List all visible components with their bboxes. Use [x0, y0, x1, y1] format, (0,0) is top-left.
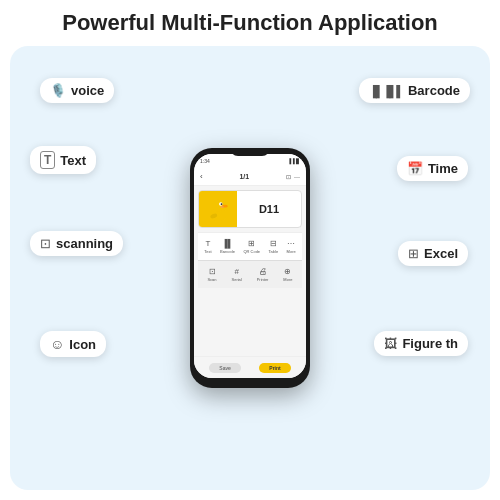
label-d11-text: D11 [237, 203, 301, 215]
barcode-label: Barcode [408, 83, 460, 98]
text-icon: T [40, 151, 55, 169]
toolbar-scan-label: Scan [207, 277, 216, 282]
badge-text[interactable]: T Text [30, 146, 96, 174]
toolbar-barcode-label: Barcode [220, 249, 235, 254]
duck-image [204, 195, 232, 223]
time-icon: 📅 [407, 161, 423, 176]
badge-icon[interactable]: ☺ Icon [40, 331, 106, 357]
text-label: Text [60, 153, 86, 168]
toolbar-more-icon: ⋯ [287, 239, 295, 248]
print-button[interactable]: Print [259, 363, 290, 373]
phone-nav-title: 1/1 [239, 173, 249, 180]
save-button[interactable]: Save [209, 363, 240, 373]
voice-label: voice [71, 83, 104, 98]
badge-voice[interactable]: 🎙️ voice [40, 78, 114, 103]
toolbar-qr-icon: ⊞ [248, 239, 255, 248]
barcode-icon: ▐▌▐▌▌ [369, 85, 403, 97]
scanning-label: scanning [56, 236, 113, 251]
phone-content: D11 T Text ▐▌ Barcode ⊞ [194, 186, 306, 356]
toolbar-more-label: More [287, 249, 296, 254]
phone-screen: 1:34 ▐▐ ▊ ‹ 1/1 ⊡ ⋯ [194, 154, 306, 378]
phone-nav-icons: ⊡ ⋯ [286, 173, 300, 180]
badge-time[interactable]: 📅 Time [397, 156, 468, 181]
toolbar-barcode[interactable]: ▐▌ Barcode [220, 239, 235, 254]
toolbar-printer-icon: 🖨 [259, 267, 267, 276]
phone-bottom-bar: Save Print [194, 356, 306, 378]
back-arrow-icon[interactable]: ‹ [200, 172, 203, 181]
share-icon: ⊡ [286, 173, 291, 180]
toolbar-extra-icon: ⊕ [284, 267, 291, 276]
toolbar-scan[interactable]: ⊡ Scan [207, 267, 216, 282]
badge-figure[interactable]: 🖼 Figure th [374, 331, 468, 356]
svg-point-1 [212, 199, 225, 212]
phone-mockup: 1:34 ▐▐ ▊ ‹ 1/1 ⊡ ⋯ [190, 148, 310, 388]
title-bar: Powerful Multi-Function Application [10, 10, 490, 36]
phone-status-icons: ▐▐ ▊ [288, 158, 300, 164]
phone-toolbar: T Text ▐▌ Barcode ⊞ QR Code ⊟ [198, 232, 302, 260]
badge-excel[interactable]: ⊞ Excel [398, 241, 468, 266]
toolbar-table-icon: ⊟ [270, 239, 277, 248]
figure-icon: 🖼 [384, 336, 397, 351]
phone-status-bar: 1:34 ▐▐ ▊ [194, 154, 306, 168]
toolbar-text-label: Text [204, 249, 211, 254]
toolbar-extra-label: More [283, 277, 292, 282]
toolbar-serial-label: Serial [232, 277, 242, 282]
figure-label: Figure th [402, 336, 458, 351]
phone-time: 1:34 [200, 158, 210, 164]
toolbar-printer-label: Printer [257, 277, 269, 282]
toolbar-text-icon: T [205, 239, 210, 248]
toolbar-qrcode[interactable]: ⊞ QR Code [243, 239, 260, 254]
icon-label: Icon [69, 337, 96, 352]
toolbar-more[interactable]: ⋯ More [287, 239, 296, 254]
time-label: Time [428, 161, 458, 176]
icon-icon: ☺ [50, 336, 64, 352]
toolbar-extra[interactable]: ⊕ More [283, 267, 292, 282]
page-title: Powerful Multi-Function Application [10, 10, 490, 36]
more-icon: ⋯ [294, 173, 300, 180]
main-area: 🎙️ voice ▐▌▐▌▌ Barcode T Text 📅 Time ⊡ s… [10, 46, 490, 490]
toolbar-serial[interactable]: # Serial [232, 267, 242, 282]
voice-icon: 🎙️ [50, 83, 66, 98]
toolbar-table-label: Table [269, 249, 279, 254]
excel-label: Excel [424, 246, 458, 261]
label-duck-bg [199, 190, 237, 228]
label-preview: D11 [198, 190, 302, 228]
excel-icon: ⊞ [408, 246, 419, 261]
toolbar-serial-icon: # [234, 267, 238, 276]
badge-barcode[interactable]: ▐▌▐▌▌ Barcode [359, 78, 470, 103]
toolbar-barcode-icon: ▐▌ [222, 239, 233, 248]
phone-notch [230, 148, 270, 156]
toolbar-table[interactable]: ⊟ Table [269, 239, 279, 254]
toolbar-printer[interactable]: 🖨 Printer [257, 267, 269, 282]
phone-toolbar-2: ⊡ Scan # Serial 🖨 Printer ⊕ [198, 260, 302, 288]
svg-point-3 [221, 203, 223, 205]
toolbar-qr-label: QR Code [243, 249, 260, 254]
app-container: Powerful Multi-Function Application 🎙️ v… [0, 0, 500, 500]
phone-nav-bar: ‹ 1/1 ⊡ ⋯ [194, 168, 306, 186]
badge-scanning[interactable]: ⊡ scanning [30, 231, 123, 256]
toolbar-text[interactable]: T Text [204, 239, 211, 254]
scanning-icon: ⊡ [40, 236, 51, 251]
svg-point-5 [220, 206, 224, 208]
toolbar-scan-icon: ⊡ [209, 267, 216, 276]
